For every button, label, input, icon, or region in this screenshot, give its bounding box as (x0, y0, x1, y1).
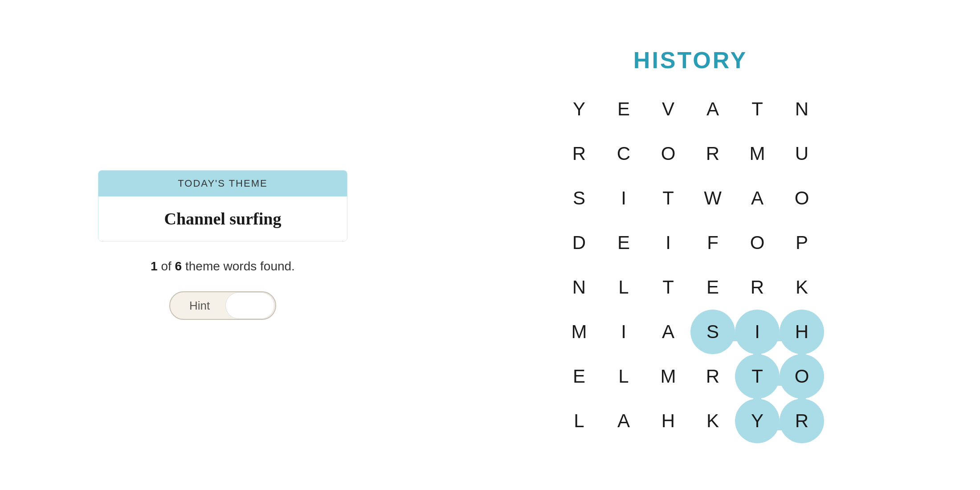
grid-cell[interactable]: N (557, 265, 601, 310)
grid-cell[interactable]: T (735, 87, 780, 131)
grid-cell[interactable]: Y (735, 399, 780, 443)
grid-cell[interactable]: L (557, 399, 601, 443)
grid-cell[interactable]: U (780, 131, 824, 176)
grid-cell[interactable]: C (601, 131, 646, 176)
grid-cell[interactable]: I (601, 176, 646, 220)
found-count: 1 (151, 259, 158, 273)
grid-cell[interactable]: K (690, 399, 735, 443)
found-total: 6 (175, 259, 182, 273)
grid-cell[interactable]: R (557, 131, 601, 176)
hint-button[interactable]: Hint (169, 291, 276, 320)
grid-cell[interactable]: A (601, 399, 646, 443)
grid-cell[interactable]: O (735, 220, 780, 265)
history-title: HISTORY (633, 47, 747, 74)
grid-cell[interactable]: H (646, 399, 690, 443)
grid-cell[interactable]: M (557, 310, 601, 354)
grid-cell[interactable]: N (780, 87, 824, 131)
grid-cell[interactable]: E (601, 220, 646, 265)
grid-cell[interactable]: L (601, 265, 646, 310)
grid-cell[interactable]: I (735, 310, 780, 354)
hint-button-toggle (225, 292, 274, 319)
grid-cell[interactable]: T (646, 265, 690, 310)
grid-cell[interactable]: L (601, 354, 646, 399)
grid-cell[interactable]: O (646, 131, 690, 176)
grid-cell[interactable]: S (557, 176, 601, 220)
found-text: 1 of 6 theme words found. (151, 259, 295, 274)
right-panel: HISTORY YEVATNRCOR (468, 47, 913, 443)
grid-cell[interactable]: E (557, 354, 601, 399)
grid-cell[interactable]: Y (557, 87, 601, 131)
grid-cell[interactable]: I (646, 220, 690, 265)
grid-cell[interactable]: R (780, 399, 824, 443)
grid-cell[interactable]: K (780, 265, 824, 310)
grid-cell[interactable]: S (690, 310, 735, 354)
main-container: TODAY'S THEME Channel surfing 1 of 6 the… (22, 22, 958, 468)
grid-cell[interactable]: T (646, 176, 690, 220)
hint-button-label: Hint (170, 299, 225, 313)
grid-cell[interactable]: W (690, 176, 735, 220)
grid-cell[interactable]: H (780, 310, 824, 354)
grid-cell[interactable]: T (735, 354, 780, 399)
grid-cell[interactable]: R (690, 354, 735, 399)
found-suffix: theme words found. (185, 259, 295, 273)
grid-cell[interactable]: A (735, 176, 780, 220)
grid-cell[interactable]: R (690, 131, 735, 176)
grid-cell[interactable]: A (646, 310, 690, 354)
word-grid: YEVATNRCORMUSITWAODEIFOPNLTERKMIASIHELMR… (557, 87, 824, 443)
theme-card-body: Channel surfing (98, 196, 347, 241)
grid-cell[interactable]: E (601, 87, 646, 131)
grid-cell[interactable]: F (690, 220, 735, 265)
grid-cell[interactable]: I (601, 310, 646, 354)
found-of: of (161, 259, 171, 273)
grid-cell[interactable]: M (646, 354, 690, 399)
grid-cell[interactable]: V (646, 87, 690, 131)
grid-cell[interactable]: M (735, 131, 780, 176)
grid-cell[interactable]: R (735, 265, 780, 310)
grid-cell[interactable]: O (780, 176, 824, 220)
grid-cell[interactable]: A (690, 87, 735, 131)
grid-cell[interactable]: P (780, 220, 824, 265)
theme-card-header: TODAY'S THEME (98, 171, 347, 196)
grid-cell[interactable]: E (690, 265, 735, 310)
grid-cell[interactable]: D (557, 220, 601, 265)
grid-cell[interactable]: O (780, 354, 824, 399)
theme-card: TODAY'S THEME Channel surfing (98, 170, 347, 241)
left-panel: TODAY'S THEME Channel surfing 1 of 6 the… (67, 170, 379, 320)
